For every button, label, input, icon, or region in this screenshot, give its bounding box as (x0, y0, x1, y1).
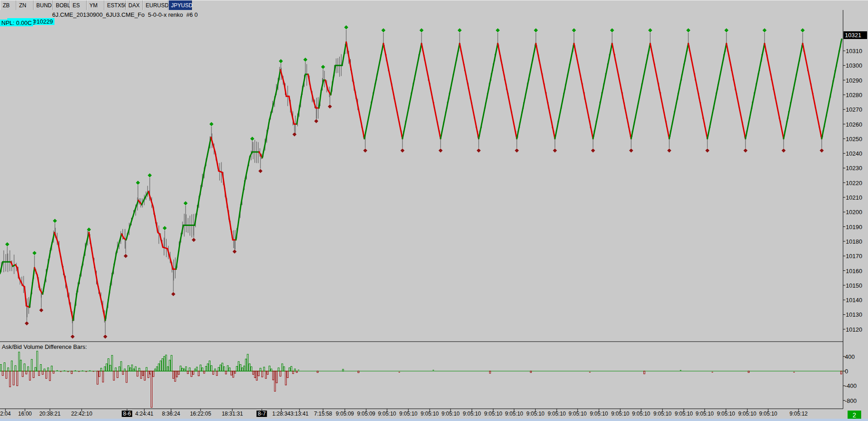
time-tick-label: 4:24:41 (135, 411, 153, 417)
time-tick-label: 8:36:24 (162, 411, 180, 417)
price-tick-label: 10300 (846, 62, 862, 69)
tab-jpyusd[interactable]: JPYUSD (168, 0, 192, 10)
price-tick-label: 10210 (846, 194, 862, 201)
trading-app-window: ZBZNBUNDBOBLESYMESTX50DAXEURUSDJPYUSD Tr… (0, 0, 868, 421)
date-separator-label: 8-6 (122, 411, 132, 417)
time-tick-label: 22:42:10 (71, 411, 93, 417)
time-tick-label: 9:05:10 (738, 411, 756, 417)
price-tick-label: 10260 (846, 121, 862, 127)
time-tick-label: 9:05:10 (399, 411, 417, 417)
bottom-strip (0, 419, 868, 421)
time-tick-label: 9:05:10 (421, 411, 439, 417)
tab-eurusd[interactable]: EURUSD (143, 0, 168, 10)
price-tick-label: 10180 (846, 238, 862, 245)
tab-estx50[interactable]: ESTX50 (104, 0, 126, 10)
volume-tick-label: -400 (845, 382, 857, 389)
time-tick-label: 9:05:10 (611, 411, 629, 417)
price-tick-label: 10240 (846, 150, 862, 157)
time-tick-label: 9:05:10 (632, 411, 650, 417)
price-tick-label: 10280 (846, 91, 862, 98)
price-tick-label: 10140 (846, 297, 862, 304)
price-tick-label: 10150 (846, 282, 862, 289)
time-tick-label: 7:15:58 (314, 411, 332, 417)
price-tick-label: 10200 (846, 209, 862, 215)
tab-zb[interactable]: ZB (0, 0, 16, 10)
tab-bobl[interactable]: BOBL (53, 0, 70, 10)
time-tick-label: 9:05:10 (717, 411, 735, 417)
npl-badge: NPL: 0.00C (0, 20, 33, 26)
instrument-tabbar: ZBZNBUNDBOBLESYMESTX50DAXEURUSDJPYUSD (0, 0, 868, 10)
time-tick-label: 9:05:10 (569, 411, 587, 417)
time-tick-label: 9:05:10 (759, 411, 777, 417)
last-price-box: 10321 (843, 31, 867, 39)
time-tick-label: 9:05:10 (653, 411, 672, 417)
time-tick-label: 16:00 (18, 411, 32, 417)
time-tick-label: 3:13:41 (290, 411, 309, 417)
time-tick-label: 9:05:10 (675, 411, 693, 417)
price-tick-label: 10270 (846, 106, 862, 113)
tab-ym[interactable]: YM (87, 0, 104, 10)
time-tick-label: 20:38:21 (39, 411, 61, 417)
volume-tick-label: -800 (845, 397, 857, 404)
time-tick-label: 9:05:12 (790, 411, 808, 417)
price-tick-label: 10290 (846, 77, 862, 83)
price-tick-label: 10130 (846, 311, 862, 318)
time-tick-label: 16:22:05 (190, 411, 211, 417)
time-tick-label: 9:05:10 (484, 411, 502, 417)
price-tick-label: 10220 (846, 179, 862, 186)
volume-tick-label: 0 (845, 368, 848, 375)
tab-es[interactable]: ES (70, 0, 87, 10)
time-tick-label: 9:05:09 (336, 411, 354, 417)
time-tick-label: 9:05:10 (505, 411, 523, 417)
time-tick-label: 2:04 (0, 411, 10, 417)
tab-bund[interactable]: BUND (34, 0, 53, 10)
date-separator-label: 8-7 (256, 411, 267, 417)
price-tick-label: 10160 (846, 267, 862, 274)
renko-chart-canvas[interactable] (0, 0, 868, 421)
tab-dax[interactable]: DAX (126, 0, 143, 10)
price-tick-label: 10120 (846, 326, 862, 333)
time-tick-label: 1:28:34 (272, 411, 290, 417)
time-tick-label: 9:05:10 (378, 411, 396, 417)
time-tick-label: 9:05:10 (696, 411, 714, 417)
time-tick-label: 9:05:10 (548, 411, 566, 417)
time-tick-label: 9:05:10 (463, 411, 481, 417)
price-tick-label: 10250 (846, 135, 862, 142)
price-tick-label: 10310 (846, 48, 862, 54)
time-tick-label: 9:05:09 (357, 411, 375, 417)
price-tick-label: 10190 (846, 223, 862, 230)
price-tick-label: 10170 (846, 253, 862, 259)
tab-zn[interactable]: ZN (16, 0, 34, 10)
time-tick-label: 9:05:10 (441, 411, 460, 417)
symbol-info-label: 6J.CME_20130900_6JU3.CME_Fo 5-0-0-x renk… (52, 11, 198, 18)
time-tick-label: 9:05:10 (590, 411, 608, 417)
time-tick-label: 9:05:10 (526, 411, 544, 417)
price-tick-label: 10230 (846, 165, 862, 171)
volume-tick-label: 400 (845, 353, 855, 360)
volume-panel-title: Ask/Bid Volume Difference Bars: (2, 343, 87, 350)
time-tick-label: 18:31:31 (222, 411, 243, 417)
